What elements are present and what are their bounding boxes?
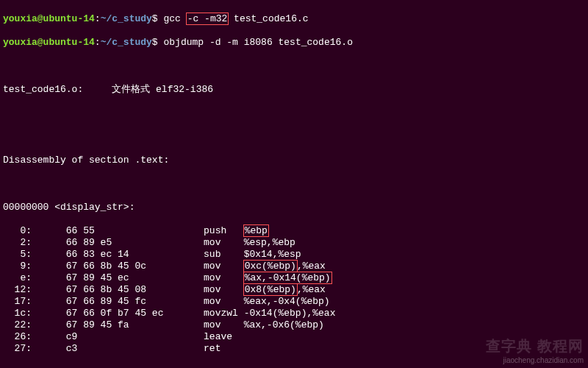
- disasm-row: 22: 67 89 45 fa mov %ax,-0x6(%ebp): [3, 319, 585, 331]
- section-header: Disassembly of section .text:: [3, 155, 585, 166]
- cmd-1-pre: gcc: [163, 13, 186, 24]
- cmd-1-post: test_code16.c: [228, 13, 308, 24]
- prompt-line-2: youxia@ubuntu-14:~/c_study$ objdump -d -…: [3, 37, 585, 49]
- prompt-user: youxia@ubuntu-14: [3, 13, 95, 24]
- cmd-1-highlight: -c -m32: [187, 13, 229, 24]
- file-format-line: test_code16.o: 文件格式 elf32-i386: [3, 84, 585, 96]
- disasm-row: 9: 67 66 8b 45 0c mov 0xc(%ebp),%eax: [3, 261, 585, 272]
- disasm-display-str: 0: 66 55 push %ebp 2: 66 89 e5 mov %esp,…: [3, 225, 585, 355]
- terminal-output[interactable]: youxia@ubuntu-14:~/c_study$ gcc -c -m32 …: [0, 0, 588, 368]
- disasm-row: 5: 66 83 ec 14 sub $0x14,%esp: [3, 249, 585, 261]
- disasm-row: 1c: 67 66 0f b7 45 ec movzwl -0x14(%ebp)…: [3, 308, 585, 319]
- disasm-row: 12: 67 66 8b 45 08 mov 0x8(%ebp),%eax: [3, 284, 585, 296]
- watermark-text: 查字典 教程网: [486, 340, 584, 352]
- blank-line: [3, 107, 585, 119]
- blank-line: [3, 131, 585, 143]
- blank-line: [3, 178, 585, 190]
- operand-highlight: 0xc(%ebp): [244, 261, 297, 272]
- prompt-sep: :: [95, 13, 101, 24]
- operand-highlight: 0x8(%ebp): [244, 284, 297, 295]
- watermark-url: jiaocheng.chazidian.com: [503, 355, 584, 367]
- disasm-row: e: 67 89 45 ec mov %ax,-0x14(%ebp): [3, 272, 585, 284]
- prompt-path: ~/c_study: [101, 13, 152, 24]
- blank-line: [3, 60, 585, 72]
- cmd-2: objdump -d -m i8086 test_code16.o: [163, 37, 352, 48]
- operand-highlight: %ax,-0x14(%ebp): [244, 272, 331, 283]
- operand-highlight: %ebp: [244, 225, 268, 236]
- disasm-row: 2: 66 89 e5 mov %esp,%ebp: [3, 237, 585, 249]
- symbol-display-str: 00000000 <display_str>:: [3, 202, 585, 213]
- disasm-row: 17: 67 66 89 45 fc mov %eax,-0x4(%ebp): [3, 296, 585, 308]
- prompt-line-1: youxia@ubuntu-14:~/c_study$ gcc -c -m32 …: [3, 13, 585, 25]
- prompt-dollar: $: [152, 13, 158, 24]
- disasm-row: 0: 66 55 push %ebp: [3, 225, 585, 237]
